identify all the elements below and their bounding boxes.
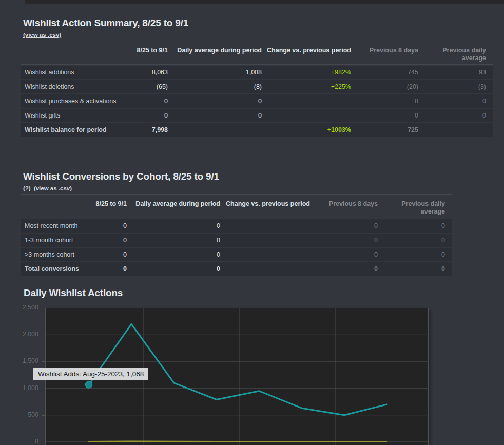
column-header-change: Change vs. previous period [262,43,351,65]
cell-previous-daily-average: 0 [378,262,452,276]
top-window-edge [25,0,504,4]
y-axis-label: 2,500 [3,304,38,311]
cell-previous-daily-average: 0 [418,94,493,108]
cell-period: 0 [82,262,127,276]
cell-previous-8-days: 0 [310,262,378,276]
table-row: >3 months cohort 0 0 0 0 [21,248,452,261]
y-axis-label: 0 [3,438,38,445]
cell-period: 0 [82,248,127,261]
column-header-change: Change vs. previous period [220,196,310,218]
cell-daily-average: 0 [127,234,220,247]
cell-change [220,234,310,247]
table-row: Wishlist deletions (65) (8) +225% (20) (… [21,80,493,93]
cell-change [262,109,351,122]
cell-previous-8-days: (20) [351,80,418,93]
column-header-blank [21,43,128,65]
table-row: Wishlist additions 8,063 1,008 +982% 745… [21,66,493,79]
cell-daily-average: 0 [127,219,220,233]
cell-previous-8-days: 745 [351,66,418,79]
cell-daily-average: 0 [127,248,220,261]
row-label: 1-3 month cohort [21,234,82,247]
summary-section: Wishlist Action Summary, 8/25 to 9/1 (vi… [21,17,493,138]
cell-change: +982% [262,66,351,79]
table-row: 1-3 month cohort 0 0 0 0 [21,234,452,247]
conversions-section: Wishlist Conversions by Cohort, 8/25 to … [21,170,452,277]
row-label: Wishlist balance for period [21,123,128,137]
cell-daily-average: (8) [168,80,262,93]
cell-previous-daily-average [418,123,493,137]
cell-previous-8-days: 0 [351,109,418,122]
cell-period: (65) [128,80,168,93]
cell-previous-daily-average: 0 [418,109,493,122]
cell-daily-average: 0 [168,94,262,108]
cell-previous-8-days: 0 [351,94,418,108]
row-label: Total conversions [21,262,82,276]
row-label: Wishlist deletions [21,80,128,93]
y-axis-tick [42,335,45,335]
cell-daily-average: 0 [127,262,220,276]
column-header-daily-average: Daily average during period [168,43,262,65]
table-row: Most recent month 0 0 0 0 [21,219,452,233]
cell-previous-daily-average: (3) [418,80,493,93]
cell-period: 7,998 [128,123,168,137]
column-header-daily-average: Daily average during period [127,196,220,218]
summary-header-row: 8/25 to 9/1 Daily average during period … [21,43,493,65]
cell-previous-daily-average: 0 [378,219,452,233]
cell-period: 0 [82,234,127,247]
y-axis-tick [42,442,45,442]
summary-csv-link[interactable]: (view as .csv) [23,32,61,38]
cell-previous-8-days: 0 [310,234,378,247]
y-axis-tick [42,308,45,308]
table-row-total: Wishlist balance for period 7,998 +1003%… [21,123,493,137]
row-label: Wishlist purchases & activations [21,94,128,108]
cell-previous-daily-average: 93 [418,66,493,79]
row-label: >3 months cohort [21,248,82,261]
cell-previous-daily-average: 0 [378,234,452,247]
row-label: Wishlist additions [21,66,128,79]
cell-daily-average: 1,008 [168,66,262,79]
y-axis-label: 500 [3,411,38,418]
y-axis-label: 1,000 [3,384,38,392]
summary-table: 8/25 to 9/1 Daily average during period … [21,42,493,138]
row-label: Wishlist gifts [21,109,128,122]
cell-change: +1003% [262,123,351,137]
cell-daily-average [168,123,262,137]
conversions-table: 8/25 to 9/1 Daily average during period … [21,195,452,277]
y-axis-tick [42,389,45,389]
y-axis-tick [42,415,45,416]
column-header-previous-daily-average: Previous daily average [378,196,452,218]
table-row-total: Total conversions 0 0 0 0 [21,262,452,276]
column-header-previous-8-days: Previous 8 days [351,43,418,65]
cell-previous-8-days: 0 [310,248,378,261]
summary-title: Wishlist Action Summary, 8/25 to 9/1 [23,17,493,29]
cell-period: 0 [128,94,168,108]
conversions-csv-link[interactable]: (view as .csv) [34,185,72,191]
help-link[interactable]: (?) [23,185,31,191]
chart-tooltip: Wishlist Adds: Aug-25-2023, 1,068 [33,368,148,380]
cell-change: +225% [262,80,351,93]
cell-period: 0 [128,109,168,122]
cell-change [220,219,310,233]
column-header-previous-8-days: Previous 8 days [310,196,378,218]
chart-title: Daily Wishlist Actions [24,287,123,299]
y-axis-label: 1,500 [3,357,38,364]
cell-change [220,248,310,261]
cell-previous-8-days: 0 [310,219,378,233]
table-row: Wishlist gifts 0 0 0 0 [21,109,493,122]
cell-change [220,262,310,276]
conversions-header-row: 8/25 to 9/1 Daily average during period … [21,196,452,218]
cell-change [262,94,351,108]
cell-previous-daily-average: 0 [378,248,452,261]
row-label: Most recent month [21,219,82,233]
conversions-header: Wishlist Conversions by Cohort, 8/25 to … [21,170,452,195]
y-axis-tick [42,361,45,362]
y-axis-label: 2,000 [3,331,38,338]
column-header-period: 8/25 to 9/1 [128,43,168,65]
summary-header: Wishlist Action Summary, 8/25 to 9/1 (vi… [21,17,493,41]
column-header-blank [21,196,82,218]
cell-previous-8-days: 725 [351,123,418,137]
cell-period: 8,063 [128,66,168,79]
column-header-previous-daily-average: Previous daily average [418,43,493,65]
cell-daily-average: 0 [168,109,262,122]
table-row: Wishlist purchases & activations 0 0 0 0 [21,94,493,108]
